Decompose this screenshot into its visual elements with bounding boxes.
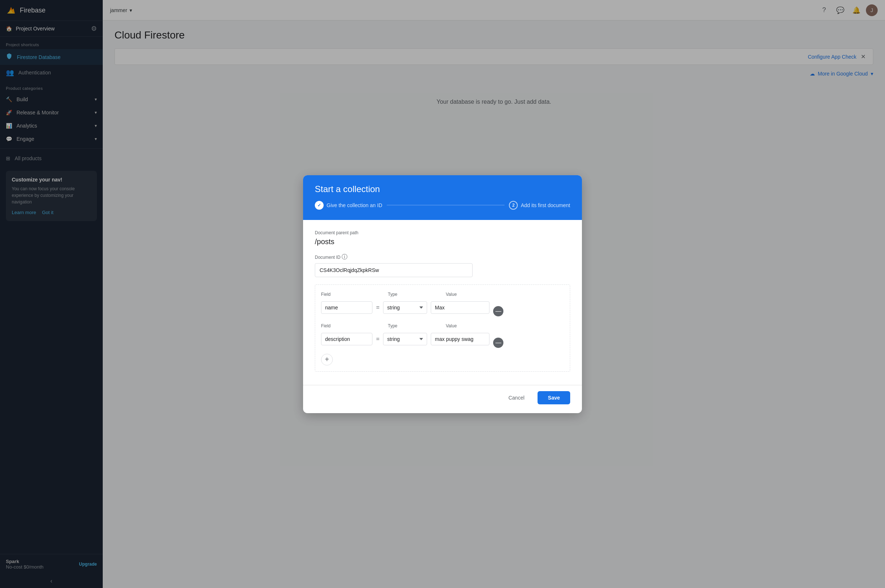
modal-overlay: Start a collection ✓ Give the collection… — [103, 0, 885, 588]
type-select-2[interactable]: string number boolean — [383, 333, 427, 345]
doc-id-input[interactable] — [315, 263, 473, 277]
save-button[interactable]: Save — [537, 391, 570, 404]
minus-icon-2: — — [495, 339, 501, 346]
doc-id-section: Document ID ⓘ — [315, 253, 570, 277]
plus-icon: + — [325, 355, 329, 364]
minus-icon-1: — — [495, 308, 501, 315]
start-collection-modal: Start a collection ✓ Give the collection… — [303, 175, 582, 413]
remove-field-button-2[interactable]: — — [493, 338, 503, 348]
step-1-label: Give the collection an ID — [327, 202, 382, 208]
step-line — [387, 205, 505, 205]
doc-parent-path-label: Document parent path — [315, 230, 570, 236]
field-col-header-value-2: Value — [446, 323, 457, 328]
doc-parent-path: /posts — [315, 237, 570, 246]
step-2-circle: 2 — [509, 201, 518, 210]
field-col-header-field-1: Field — [321, 292, 331, 297]
field-name-input-1[interactable] — [321, 302, 372, 314]
main-area: jammer ▾ ? 💬 🔔 J Cloud Firestore Configu… — [103, 0, 885, 588]
field-row-2: = string number boolean — — [321, 330, 564, 348]
add-field-button[interactable]: + — [321, 354, 333, 366]
step-1-circle: ✓ — [315, 201, 324, 210]
doc-id-help-icon[interactable]: ⓘ — [342, 254, 348, 260]
step-2-label: Add its first document — [521, 202, 570, 208]
modal-title: Start a collection — [315, 184, 570, 194]
steps-row: ✓ Give the collection an ID 2 Add its fi… — [315, 201, 570, 210]
field-col-header-type-2: Type — [388, 323, 397, 328]
step-1: ✓ Give the collection an ID — [315, 201, 382, 210]
step-2: 2 Add its first document — [509, 201, 570, 210]
remove-field-button-1[interactable]: — — [493, 306, 503, 316]
equals-sign-2: = — [376, 336, 379, 342]
fields-container: Field Type Value = string number bool — [315, 285, 570, 372]
modal-header: Start a collection ✓ Give the collection… — [303, 175, 582, 220]
cancel-button[interactable]: Cancel — [500, 391, 533, 404]
value-input-1[interactable] — [431, 302, 489, 314]
field-name-input-2[interactable] — [321, 333, 372, 345]
field-col-header-value-1: Value — [446, 292, 457, 297]
modal-footer: Cancel Save — [303, 385, 582, 413]
equals-sign-1: = — [376, 304, 379, 311]
field-col-header-field-2: Field — [321, 323, 331, 328]
doc-id-label: Document ID ⓘ — [315, 253, 570, 261]
value-input-2[interactable] — [431, 333, 489, 345]
modal-body: Document parent path /posts Document ID … — [303, 220, 582, 382]
field-row-1: = string number boolean map array null t… — [321, 299, 564, 316]
type-select-1[interactable]: string number boolean map array null tim… — [383, 302, 427, 314]
field-col-header-type-1: Type — [388, 292, 397, 297]
